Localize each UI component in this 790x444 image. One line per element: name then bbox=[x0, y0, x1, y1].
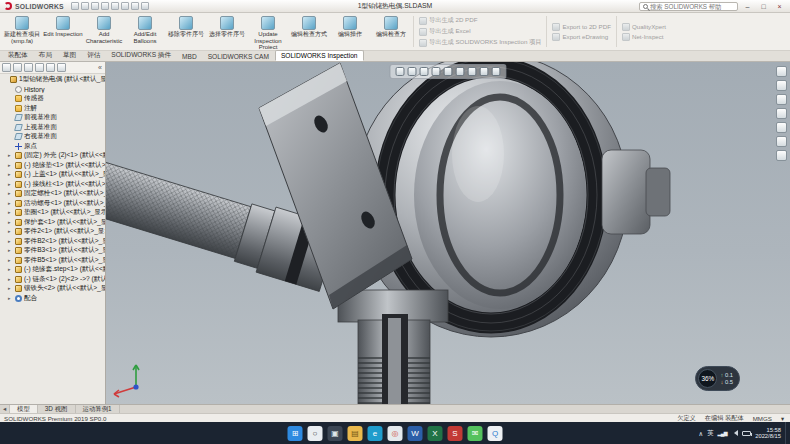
tab-scroll-left-button[interactable]: ◂ bbox=[0, 405, 10, 413]
edit-inspection-button[interactable]: 编辑检查方 bbox=[371, 14, 411, 49]
excel-icon[interactable]: X bbox=[428, 426, 443, 441]
redo-icon[interactable] bbox=[121, 2, 129, 10]
file-explorer-tab-icon[interactable] bbox=[776, 94, 787, 105]
add-edit-balloons-button[interactable]: Add/Edit Balloons bbox=[125, 14, 165, 49]
search-input[interactable] bbox=[650, 3, 734, 10]
word-icon[interactable]: W bbox=[408, 426, 423, 441]
zoom-to-fit-icon[interactable] bbox=[396, 67, 405, 76]
show-desktop-button[interactable] bbox=[785, 422, 788, 444]
battery-icon[interactable] bbox=[742, 431, 751, 436]
feature-tree-item[interactable]: 零件B2<1> (默认<<默认>_显示状态 bbox=[0, 237, 105, 247]
command-tab[interactable]: SOLIDWORKS CAM bbox=[203, 52, 274, 61]
collapse-panel-button[interactable]: « bbox=[98, 64, 103, 71]
previous-view-icon[interactable] bbox=[420, 67, 429, 76]
feature-tree-item[interactable]: (-) 上盖<1> (默认<<默认>_显示状态 bbox=[0, 170, 105, 180]
property-manager-tab-icon[interactable] bbox=[13, 63, 22, 72]
ime-indicator[interactable]: 英 bbox=[707, 429, 713, 438]
new-inspection-project-button[interactable]: 新建检查项目 (smp.fa) bbox=[2, 14, 42, 49]
volume-icon[interactable] bbox=[731, 430, 738, 436]
maximize-button[interactable]: □ bbox=[757, 1, 770, 12]
feature-tree-item[interactable]: 右视基准面 bbox=[0, 132, 105, 142]
display-manager-tab-icon[interactable] bbox=[46, 63, 55, 72]
chrome-icon[interactable]: ◎ bbox=[388, 426, 403, 441]
feature-tree-item[interactable]: 上视基准面 bbox=[0, 123, 105, 133]
feature-tree-item[interactable]: 传感器 bbox=[0, 94, 105, 104]
command-tab[interactable]: 草图 bbox=[58, 50, 81, 61]
inspection-manager-tab-icon[interactable] bbox=[57, 63, 66, 72]
feature-tree-item[interactable]: 配合 bbox=[0, 294, 105, 304]
options-icon[interactable] bbox=[141, 2, 149, 10]
edit-operation-button[interactable]: 编辑操作 bbox=[330, 14, 370, 49]
feature-tree-item[interactable]: 零件2<1> (默认<<默认>_显示状态 bbox=[0, 227, 105, 237]
feature-tree-item[interactable]: (-) 绝缘垫<1> (默认<<默认>_显示状态 bbox=[0, 161, 105, 171]
feature-tree-item[interactable]: History bbox=[0, 85, 105, 95]
feature-manager-tab-icon[interactable] bbox=[2, 63, 11, 72]
feature-tree-item[interactable]: 固定螺栓<1> (默认<<默认>_显示状态 bbox=[0, 189, 105, 199]
feature-tree-item[interactable]: 零件B3<1> (默认<<默认>_显示状态 bbox=[0, 246, 105, 256]
command-tab[interactable]: 评估 bbox=[82, 50, 105, 61]
undo-icon[interactable] bbox=[111, 2, 119, 10]
wechat-icon[interactable]: ✉ bbox=[468, 426, 483, 441]
remove-balloons-button[interactable]: 移除零件序号 bbox=[166, 14, 206, 49]
3d-model-canvas[interactable] bbox=[106, 62, 790, 404]
solidworks-resources-tab-icon[interactable] bbox=[776, 66, 787, 77]
new-icon[interactable] bbox=[71, 2, 79, 10]
start-icon[interactable]: ⊞ bbox=[288, 426, 303, 441]
design-library-tab-icon[interactable] bbox=[776, 80, 787, 91]
dimxpert-manager-tab-icon[interactable] bbox=[35, 63, 44, 72]
add-characteristic-button[interactable]: Add Characteristic bbox=[84, 14, 124, 49]
minimize-button[interactable]: – bbox=[741, 1, 754, 12]
edit-inspection-method-button[interactable]: 编辑检查方式 bbox=[289, 14, 329, 49]
command-tab[interactable]: SOLIDWORKS Inspection bbox=[275, 50, 364, 61]
view-palette-tab-icon[interactable] bbox=[776, 108, 787, 119]
edit-appearance-icon[interactable] bbox=[480, 67, 489, 76]
status-item[interactable]: ▾ bbox=[781, 415, 784, 422]
command-tab[interactable]: SOLIDWORKS 插件 bbox=[106, 50, 176, 61]
edge-icon[interactable]: e bbox=[368, 426, 383, 441]
file-explorer-icon[interactable]: ▤ bbox=[348, 426, 363, 441]
feature-tree-item[interactable]: 保护套<1> (默认<<默认>_显示状态 bbox=[0, 218, 105, 228]
export-menu-item[interactable]: 导出生成 Excel bbox=[419, 27, 541, 36]
close-button[interactable]: × bbox=[773, 1, 786, 12]
network-icon[interactable]: ▂▄▆ bbox=[717, 430, 727, 436]
save-icon[interactable] bbox=[91, 2, 99, 10]
task-view-icon[interactable]: ▣ bbox=[328, 426, 343, 441]
export-menu-item[interactable]: 导出生成 2D PDF bbox=[419, 16, 541, 25]
feature-tree-item[interactable]: 注解 bbox=[0, 104, 105, 114]
select-balloons-button[interactable]: 选择零件序号 bbox=[207, 14, 247, 49]
command-tab[interactable]: 布局 bbox=[34, 50, 57, 61]
quality-menu-item[interactable]: QualityXpert bbox=[622, 23, 666, 31]
feature-tree-item[interactable]: 原点 bbox=[0, 142, 105, 152]
search-icon[interactable]: ○ bbox=[308, 426, 323, 441]
view-settings-icon[interactable] bbox=[492, 67, 501, 76]
feature-tree-item[interactable]: 零件B5<1> (默认<<默认>_显示状态 bbox=[0, 256, 105, 266]
tray-chevron-icon[interactable]: ∧ bbox=[699, 430, 704, 437]
feature-tree-item[interactable]: 前视基准面 bbox=[0, 113, 105, 123]
feature-tree-item[interactable]: 活动螺母<1> (默认<<默认>_显示状态 bbox=[0, 199, 105, 209]
document-tab[interactable]: 模型 bbox=[10, 405, 38, 413]
update-inspection-project-button[interactable]: Update Inspection Project bbox=[248, 14, 288, 49]
document-tab[interactable]: 3D 视图 bbox=[38, 405, 76, 413]
feature-tree-item[interactable]: (-) 链条<1> (2)<2> ->? (默认<<默认>_显 bbox=[0, 275, 105, 285]
status-item[interactable]: MMGS bbox=[753, 415, 772, 422]
feature-tree-item[interactable]: (-) 接线柱<1> (默认<<默认>_显示状态 bbox=[0, 180, 105, 190]
quality-menu-item[interactable]: Net-Inspect bbox=[622, 33, 666, 41]
qq-icon[interactable]: Q bbox=[488, 426, 503, 441]
feature-tree-item[interactable]: 1型铂铑热电偶 (默认<默认_显示状态-1>) bbox=[0, 75, 105, 85]
feature-tree-item[interactable]: (-) 绝缘套.step<1> (默认<<默认>_显示 bbox=[0, 265, 105, 275]
hide-show-items-icon[interactable] bbox=[468, 67, 477, 76]
clock[interactable]: 15:58 2022/8/15 bbox=[755, 427, 781, 440]
edit-inspection-button[interactable]: Edit Inspection bbox=[43, 14, 83, 49]
feature-tree-item[interactable]: (固定) 外壳 (2)<1> (默认<<默认>_显示状态 bbox=[0, 151, 105, 161]
print-icon[interactable] bbox=[101, 2, 109, 10]
configuration-manager-tab-icon[interactable] bbox=[24, 63, 33, 72]
display-style-icon[interactable] bbox=[456, 67, 465, 76]
solidworks-icon[interactable]: S bbox=[448, 426, 463, 441]
screen-overlay-badge[interactable]: 36% ↑ 0.1 ↓ 0.5 bbox=[695, 366, 740, 391]
zoom-area-icon[interactable] bbox=[408, 67, 417, 76]
open-icon[interactable] bbox=[81, 2, 89, 10]
graphics-area[interactable]: 36% ↑ 0.1 ↓ 0.5 bbox=[106, 62, 790, 404]
feature-tree-item[interactable]: 垫圈<1> (默认<<默认>_显示状态 bbox=[0, 208, 105, 218]
feature-tree-item[interactable]: 镶铁头<2> (默认<<默认>_显示状态 bbox=[0, 284, 105, 294]
rebuild-icon[interactable] bbox=[131, 2, 139, 10]
